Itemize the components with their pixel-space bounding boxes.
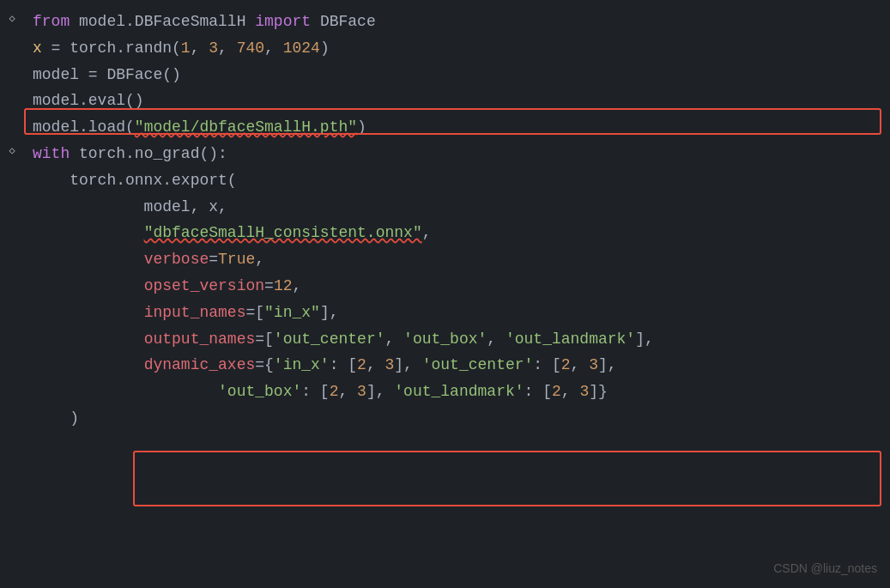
str-onnx-path: "dbfaceSmallH_consistent.onnx" [144, 224, 422, 241]
num-12: 12 [274, 277, 293, 294]
code-line-5: model.load("model/dbfaceSmallH.pth") [0, 114, 890, 141]
plain-22: , [292, 277, 301, 294]
gutter-14 [0, 353, 24, 355]
plain-35: ], [394, 356, 421, 373]
gutter-11 [0, 274, 24, 276]
code-line-12: input_names=["in_x"], [0, 300, 890, 326]
num-2a: 2 [357, 356, 366, 373]
plain-25: ], [320, 304, 339, 321]
code-line-10: verbose=True, [0, 246, 890, 273]
code-line-14: dynamic_axes={'in_x': [2, 3], 'out_cente… [0, 352, 890, 379]
keyword-from: from [33, 13, 70, 30]
plain-26 [33, 330, 144, 348]
str-in-x-2: 'in_x' [274, 356, 330, 373]
fold-icon-2: ◇ [9, 143, 15, 160]
plain-11: ) [357, 118, 366, 136]
plain-21: = [264, 277, 274, 294]
plain-41: , [338, 383, 357, 400]
line-content-16: ) [24, 406, 890, 431]
gutter-6: ◇ [0, 142, 24, 160]
line-content-10: verbose=True, [24, 247, 890, 272]
gutter-5 [0, 115, 24, 117]
plain-36: : [ [533, 356, 560, 373]
code-editor: ◇ from model.DBFaceSmallH import DBFace … [0, 0, 890, 588]
line-content-3: model = DBFace() [24, 63, 890, 88]
plain-24: =[ [245, 304, 264, 321]
watermark: CSDN @liuz_notes [773, 559, 877, 578]
code-line-13: output_names=['out_center', 'out_box', '… [0, 326, 890, 353]
plain-23 [33, 304, 144, 321]
str-out-box-2: 'out_box' [218, 383, 301, 400]
code-line-16: ) [0, 405, 890, 432]
num-1: 1 [181, 39, 191, 57]
str-out-center: 'out_center' [274, 330, 385, 348]
fold-icon-1: ◇ [9, 11, 15, 27]
plain-42: ], [366, 383, 394, 400]
line-content-14: dynamic_axes={'in_x': [2, 3], 'out_cente… [24, 353, 890, 378]
line-content-9: "dbfaceSmallH_consistent.onnx", [24, 221, 890, 246]
plain-6: , [264, 39, 283, 57]
plain-3: = torch.randn( [42, 39, 181, 57]
code-line-1: ◇ from model.DBFaceSmallH import DBFace [0, 9, 890, 35]
plain-9: model.eval() [33, 92, 144, 109]
gutter-12 [0, 300, 24, 302]
line-content-5: model.load("model/dbfaceSmallH.pth") [24, 115, 890, 140]
num-3a: 3 [385, 356, 395, 373]
plain-46: ) [33, 409, 79, 427]
plain-39 [33, 383, 218, 400]
keyword-with: with [33, 145, 70, 162]
num-3c: 3 [357, 383, 366, 400]
plain-38: ], [598, 356, 617, 373]
str-out-box: 'out_box' [403, 330, 487, 348]
num-2: 3 [209, 39, 218, 57]
plain-12: torch.no_grad(): [70, 145, 227, 162]
plain-40: : [ [301, 383, 329, 400]
plain-34: , [366, 356, 385, 373]
str-in-x: "in_x" [264, 304, 320, 321]
plain-1: model.DBFaceSmallH [70, 13, 255, 30]
param-output-names: output_names [144, 330, 256, 348]
plain-2: DBFace [311, 13, 376, 30]
param-verbose: verbose [144, 251, 209, 268]
plain-45: ]} [589, 383, 608, 400]
gutter-3 [0, 63, 24, 64]
plain-7: ) [320, 39, 330, 57]
line-content-6: with torch.no_grad(): [24, 142, 890, 167]
code-line-3: model = DBFace() [0, 62, 890, 88]
plain-4: , [191, 39, 209, 57]
gutter-16 [0, 406, 24, 408]
param-opset: opset_version [144, 277, 264, 294]
plain-28: , [384, 330, 403, 348]
gutter-10 [0, 247, 24, 249]
plain-20 [33, 277, 144, 294]
gutter-1: ◇ [0, 9, 24, 27]
bool-true: True [218, 251, 255, 268]
num-2c: 2 [330, 383, 339, 400]
line-content-15: 'out_box': [2, 3], 'out_landmark': [2, 3… [24, 379, 890, 404]
gutter-13 [0, 327, 24, 329]
plain-8: model = DBFace() [33, 66, 181, 83]
gutter-9 [0, 221, 24, 222]
var-x: x [33, 39, 42, 57]
num-2d: 2 [552, 383, 561, 400]
num-3b: 3 [589, 356, 598, 373]
plain-14: model, x, [33, 198, 227, 215]
code-line-4: model.eval() [0, 88, 890, 114]
num-3d: 3 [579, 383, 589, 400]
code-line-2: x = torch.randn(1, 3, 740, 1024) [0, 35, 890, 62]
line-content-13: output_names=['out_center', 'out_box', '… [24, 327, 890, 352]
plain-18: = [209, 251, 218, 268]
plain-37: , [571, 356, 590, 373]
plain-10: model.load( [33, 118, 135, 136]
code-line-11: opset_version=12, [0, 273, 890, 300]
plain-19: , [255, 251, 264, 268]
plain-17 [33, 251, 144, 268]
gutter-15 [0, 379, 24, 381]
line-content-12: input_names=["in_x"], [24, 300, 890, 325]
gutter-4 [0, 88, 24, 90]
num-4: 1024 [283, 39, 320, 57]
plain-30: ], [635, 330, 654, 348]
line-content-2: x = torch.randn(1, 3, 740, 1024) [24, 36, 890, 61]
line-content-1: from model.DBFaceSmallH import DBFace [24, 9, 890, 34]
line-content-11: opset_version=12, [24, 274, 890, 299]
